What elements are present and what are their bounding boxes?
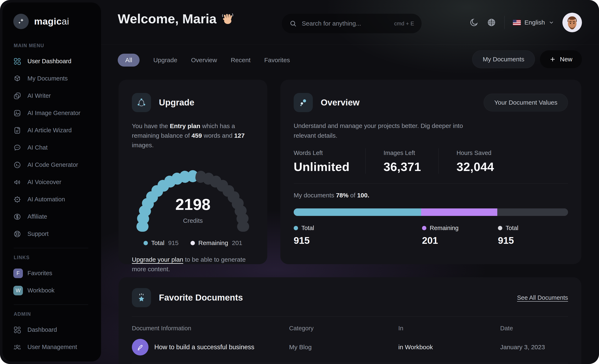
workbook-badge: W (13, 286, 23, 295)
overview-card-title: Overview (321, 98, 360, 107)
favorites-badge: F (13, 268, 23, 278)
globe-icon[interactable] (487, 18, 496, 27)
dollar-icon (13, 213, 21, 221)
new-button[interactable]: New (540, 50, 582, 68)
progress-legend: Total 915 Remaining 201 Total 915 (294, 225, 568, 246)
total2-legend-dot (498, 226, 502, 230)
admin-label: ADMIN (14, 311, 91, 317)
sidebar-item-ai-voiceover[interactable]: AI Voiceover (13, 173, 91, 191)
lifebuoy-icon (13, 230, 21, 238)
sidebar-item-admin-dashboard[interactable]: Dashboard (13, 321, 91, 338)
docs-divider (132, 316, 568, 317)
sidebar-item-user-dashboard[interactable]: User Dashboard (13, 53, 91, 70)
grid-icon (13, 326, 21, 334)
cube-icon (13, 75, 21, 83)
plus-icon (549, 56, 556, 62)
progress-legend-remaining: Remaining 201 (422, 225, 498, 246)
sidebar-item-ai-automation[interactable]: AI Automation (13, 191, 91, 208)
global-search: cmd + E (282, 14, 422, 33)
see-all-documents-link[interactable]: See All Documents (517, 294, 568, 301)
my-documents-button[interactable]: My Documents (472, 50, 535, 68)
sidebar-item-support[interactable]: Support (13, 225, 91, 242)
document-date: January 3, 2023 (500, 344, 568, 351)
upgrade-share-icon (132, 93, 151, 112)
tab-recent[interactable]: Recent (231, 54, 250, 67)
sidebar: magicai MAIN MENU User Dashboard My Docu… (2, 2, 101, 362)
documents-progress-bar (294, 208, 568, 216)
credits-label: Credits (132, 217, 254, 224)
content-divider (101, 44, 599, 45)
credits-value: 2198 (132, 195, 254, 213)
docs-card-title: Favorite Documents (159, 293, 243, 303)
documents-progress-label: My documents 78% of 100. (294, 192, 568, 199)
progress-legend-total: Total 915 (294, 225, 422, 246)
document-title: How to build a successful business (154, 343, 254, 351)
links-label: LINKS (14, 255, 91, 260)
docs-table-header: Document Information Category In Date (132, 325, 568, 332)
favorite-star-icon (132, 288, 151, 307)
chevron-down-icon (549, 20, 554, 25)
sidebar-item-affiliate[interactable]: Affiliate (13, 208, 91, 225)
sidebar-item-ai-writer[interactable]: AI Writer (13, 87, 91, 104)
document-values-button[interactable]: Your Document Values (484, 94, 568, 112)
overview-stats: Words Left Unlimited Images Left 36,371 … (294, 148, 568, 174)
sidebar-item-my-documents[interactable]: My Documents (13, 70, 91, 87)
sidebar-item-ai-image-generator[interactable]: AI Image Generator (13, 104, 91, 122)
stat-hours-saved: Hours Saved 32,044 (439, 148, 568, 174)
header-divider (504, 16, 505, 29)
table-row[interactable]: How to build a successful business My Bl… (132, 339, 568, 363)
document-icon (13, 126, 21, 134)
chat-bubble-icon (13, 144, 21, 152)
search-icon (289, 20, 297, 27)
sidebar-item-favorites[interactable]: F Favorites (13, 265, 91, 282)
terminal-icon (13, 161, 21, 169)
document-category: My Blog (289, 344, 398, 351)
user-avatar[interactable] (562, 13, 582, 32)
tab-favorites[interactable]: Favorites (264, 54, 290, 67)
header-actions: My Documents New (472, 50, 582, 68)
remaining-legend-dot (191, 241, 195, 245)
sidebar-item-ai-article-wizard[interactable]: AI Article Wizard (13, 122, 91, 139)
credits-gauge: 2198 Credits (132, 156, 254, 238)
users-icon (13, 343, 21, 351)
overview-card: Overview Your Document Values Understand… (280, 80, 581, 264)
dark-mode-moon-icon[interactable] (469, 18, 479, 27)
upgrade-card: Upgrade You have the Entry plan which ha… (119, 80, 267, 264)
stat-images-left: Images Left 36,371 (366, 148, 439, 174)
total-legend-dot (294, 226, 298, 230)
upgrade-card-title: Upgrade (159, 98, 194, 107)
sidebar-item-ai-chat[interactable]: AI Chat (13, 139, 91, 156)
stat-words-left: Words Left Unlimited (294, 148, 366, 174)
sidebar-divider (14, 304, 88, 305)
sidebar-item-user-management[interactable]: User Management (13, 338, 91, 356)
remaining-legend-dot (422, 226, 426, 230)
header-controls: English (469, 12, 582, 32)
upgrade-plan-text: Upgrade your plan to be able to generate… (132, 255, 254, 274)
sidebar-divider (14, 248, 88, 248)
filter-tabs: All Upgrade Overview Recent Favorites (118, 51, 290, 69)
brand-name: magicai (34, 16, 69, 27)
tab-upgrade[interactable]: Upgrade (153, 54, 177, 67)
sidebar-item-ai-code-generator[interactable]: AI Code Generator (13, 156, 91, 173)
tab-overview[interactable]: Overview (191, 54, 217, 67)
credits-legend: Total915 Remaining201 (132, 240, 254, 247)
total-legend-dot (143, 241, 148, 245)
brand-logo[interactable]: magicai (13, 14, 91, 29)
waving-hand-icon (221, 12, 234, 25)
language-selector[interactable]: English (513, 19, 554, 26)
document-location: in Workbook (398, 344, 500, 351)
pages-icon (13, 92, 21, 100)
search-input[interactable] (301, 20, 389, 27)
overview-description: Understand and manage your projects bett… (294, 121, 485, 140)
progress-legend-total2: Total 915 (498, 225, 568, 246)
tab-all[interactable]: All (118, 54, 140, 67)
app-window: magicai MAIN MENU User Dashboard My Docu… (0, 0, 599, 364)
gear-play-icon (13, 195, 21, 204)
grid-icon (13, 57, 21, 65)
upgrade-plan-link[interactable]: Upgrade your plan (132, 256, 183, 263)
sidebar-item-workbook[interactable]: W Workbook (13, 282, 91, 299)
image-icon (13, 109, 21, 117)
overview-dots-icon (294, 93, 313, 112)
speaker-icon (13, 178, 21, 186)
search-shortcut: cmd + E (394, 20, 414, 27)
